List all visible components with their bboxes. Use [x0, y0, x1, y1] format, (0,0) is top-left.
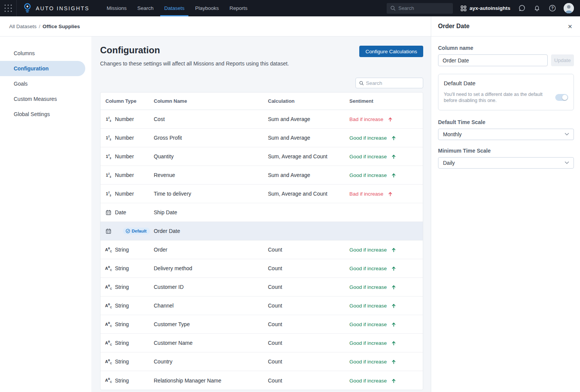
sidebar-item-columns[interactable]: Columns [0, 46, 85, 61]
cell-sentiment: Bad if increase [349, 191, 423, 197]
table-row[interactable]: 123 ABC Number Cost Sum and Average Bad … [100, 110, 423, 129]
cell-calculation: Sum, Average and Count [268, 191, 349, 197]
cell-column-type: 123 ABC Number [100, 153, 154, 159]
brand-link[interactable]: AUTO INSIGHTS [23, 3, 89, 14]
update-button[interactable]: Update [551, 54, 574, 66]
sentiment: Bad if increase [349, 191, 393, 197]
table-row[interactable]: 123 ABC Default Order Date [100, 222, 423, 241]
org-menu[interactable]: ayx-autoinsights [460, 5, 510, 11]
table-row[interactable]: 123 ABC String Customer ID Count Good if… [100, 278, 423, 296]
arrow-up-icon [391, 247, 396, 252]
cell-column-type: 123 ABC Default [100, 228, 154, 234]
table-row[interactable]: 123 ABC Number Revenue Sum and Average G… [100, 166, 423, 185]
cell-sentiment: Good if increase [349, 172, 423, 178]
cell-column-name: Customer Type [154, 321, 268, 327]
sidebar-item-configuration[interactable]: Configuration [0, 61, 85, 76]
table-search[interactable] [355, 78, 423, 88]
default-date-card: Default Date You'll need to set a differ… [438, 74, 574, 110]
default-badge: Default [123, 228, 150, 234]
table-row[interactable]: 123 ABC Date Ship Date [100, 203, 423, 222]
cell-column-type: 123 ABC String [100, 303, 154, 309]
cell-calculation: Count [268, 321, 349, 327]
sentiment: Good if increase [349, 172, 396, 178]
lightbulb-logo [23, 3, 32, 14]
cell-calculation: Count [268, 284, 349, 290]
table-row[interactable]: 123 ABC String Country Count Good if inc… [100, 352, 423, 371]
sidebar-item-global-settings[interactable]: Global Settings [0, 107, 85, 122]
table-row[interactable]: 123 ABC String Customer Name Count Good … [100, 334, 423, 352]
notifications-button[interactable] [533, 5, 541, 12]
cell-column-type: 123 ABC Number [100, 135, 154, 141]
nav-item-playbooks[interactable]: Playbooks [190, 0, 224, 16]
column-type-label: String [115, 321, 129, 327]
cell-calculation: Count [268, 303, 349, 309]
column-type-label: Number [115, 135, 134, 141]
cell-column-type: 123 ABC Number [100, 172, 154, 178]
default-date-title: Default Date [444, 80, 568, 86]
cell-column-type: 123 ABC Number [100, 191, 154, 197]
arrow-up-icon [388, 117, 393, 122]
breadcrumb-all-datasets[interactable]: All Datasets [9, 24, 37, 29]
nav-item-search[interactable]: Search [132, 0, 159, 16]
table-row[interactable]: 123 ABC Number Gross Profit Sum and Aver… [100, 129, 423, 147]
configure-calculations-button[interactable]: Configure Calculations [359, 46, 423, 57]
table-header-row: Column Type Column Name Calculation Sent… [100, 92, 423, 110]
topbar-search-input[interactable] [398, 5, 449, 11]
close-icon[interactable]: ✕ [567, 24, 572, 29]
brand-name: AUTO INSIGHTS [36, 5, 89, 11]
cell-calculation: Count [268, 265, 349, 271]
app-launcher-button[interactable] [0, 0, 17, 16]
number-type-icon: 123 [105, 172, 112, 178]
column-name-label: Column name [438, 45, 574, 51]
sidebar-item-goals[interactable]: Goals [0, 76, 85, 91]
table-row[interactable]: 123 ABC String Order Count Good if incre… [100, 241, 423, 259]
sentiment: Good if increase [349, 247, 396, 253]
table-row[interactable]: 123 ABC String Delivery method Count Goo… [100, 259, 423, 278]
help-button[interactable]: ? [548, 5, 556, 12]
cell-column-name: Time to delivery [154, 191, 268, 197]
cell-column-type: 123 ABC Date [100, 209, 154, 215]
sentiment-label: Good if increase [349, 378, 387, 384]
nav-item-missions[interactable]: Missions [101, 0, 132, 16]
sidebar-item-custom-measures[interactable]: Custom Measures [0, 91, 85, 107]
chat-button[interactable] [518, 5, 526, 12]
table-row[interactable]: 123 ABC Number Quantity Sum, Average and… [100, 147, 423, 166]
column-detail-panel: Order Date ✕ Column name Update Default … [431, 16, 580, 392]
arrow-up-icon [391, 378, 396, 383]
page-title: Configuration [100, 45, 289, 56]
table-search-input[interactable] [366, 80, 419, 86]
sentiment-label: Good if increase [349, 247, 387, 253]
table-row[interactable]: 123 ABC String Customer Type Count Good … [100, 315, 423, 334]
nav-item-reports[interactable]: Reports [224, 0, 253, 16]
table-row[interactable]: 123 ABC Number Time to delivery Sum, Ave… [100, 185, 423, 203]
breadcrumb-current: Office Supplies [43, 24, 80, 29]
arrow-up-icon [391, 322, 396, 327]
sentiment-label: Good if increase [349, 359, 387, 365]
column-name-input[interactable] [438, 54, 548, 66]
cell-calculation: Sum and Average [268, 172, 349, 178]
default-date-toggle[interactable] [555, 94, 568, 101]
header-column-type: Column Type [100, 98, 154, 104]
table-row[interactable]: 123 ABC String Channel Count Good if inc… [100, 296, 423, 315]
column-type-label: Date [115, 209, 126, 215]
table-row[interactable]: 123 ABC String Relationship Manager Name… [100, 371, 423, 390]
minimum-time-scale-select[interactable]: Daily [438, 157, 574, 169]
string-type-icon: ABC [105, 303, 112, 309]
default-time-scale-select[interactable]: Monthly [438, 129, 574, 140]
cell-sentiment: Good if increase [349, 378, 423, 384]
topbar-search[interactable] [387, 3, 453, 14]
avatar[interactable] [564, 3, 574, 13]
cell-column-type: 123 ABC String [100, 247, 154, 253]
column-type-label: Number [115, 116, 134, 122]
nav-item-datasets[interactable]: Datasets [159, 0, 190, 16]
cell-column-name: Order Date [154, 228, 268, 234]
panel-title: Order Date [438, 23, 470, 30]
sentiment: Good if increase [349, 303, 396, 309]
number-type-icon: 123 [105, 154, 112, 159]
chat-icon [518, 5, 526, 12]
page-subtitle: Changes to these settings will affect al… [100, 61, 289, 67]
cell-calculation: Sum, Average and Count [268, 153, 349, 159]
app-launcher-icon [5, 5, 12, 12]
calendar-icon [105, 210, 112, 215]
cell-sentiment: Good if increase [349, 135, 423, 141]
